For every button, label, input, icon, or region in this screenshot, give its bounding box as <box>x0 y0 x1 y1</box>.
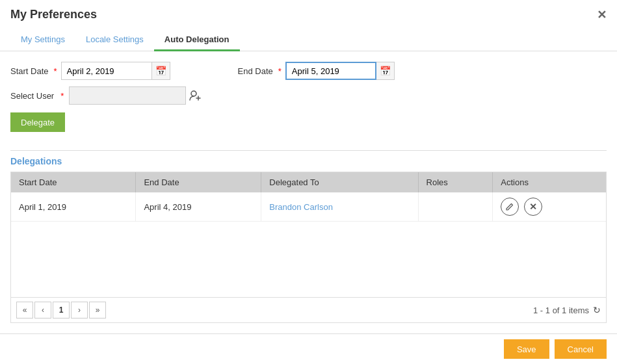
form-section: Start Date * 📅 End Date * 📅 <box>10 62 607 112</box>
select-user-input[interactable] <box>69 86 186 105</box>
delegations-table: Start Date End Date Delegated To Roles A… <box>11 172 606 222</box>
row-delegated-to: Brandon Carlson <box>261 192 418 222</box>
edit-icon <box>505 202 514 211</box>
add-user-icon <box>189 89 202 102</box>
row-roles <box>418 192 493 222</box>
remove-icon: ✕ <box>529 202 537 212</box>
delegations-separator <box>10 150 607 151</box>
pagination-info-text: 1 - 1 of 1 items <box>533 306 589 315</box>
row-start-date: April 1, 2019 <box>11 192 136 222</box>
start-date-input-wrap: 📅 <box>61 62 170 80</box>
action-icons-group: ✕ <box>501 198 598 216</box>
current-page-button[interactable]: 1 <box>53 302 70 318</box>
pagination-row: « ‹ 1 › » 1 - 1 of 1 items ↻ <box>11 297 606 322</box>
save-button[interactable]: Save <box>504 339 549 359</box>
tabs-container: My Settings Locale Settings Auto Delegat… <box>0 29 617 51</box>
pagination-buttons: « ‹ 1 › » <box>16 302 106 318</box>
start-date-label: Start Date <box>10 66 49 76</box>
start-date-group: Start Date * 📅 <box>10 62 170 80</box>
user-row: Select User * <box>10 86 607 105</box>
start-date-required: * <box>54 66 57 76</box>
end-date-calendar-button[interactable]: 📅 <box>376 62 395 80</box>
preferences-modal: My Preferences ✕ My Settings Locale Sett… <box>0 0 617 364</box>
start-date-input[interactable] <box>61 62 152 80</box>
end-date-required: * <box>278 66 282 76</box>
add-user-button[interactable] <box>189 89 202 102</box>
refresh-icon[interactable]: ↻ <box>593 305 601 315</box>
first-page-button[interactable]: « <box>16 302 33 318</box>
remove-button[interactable]: ✕ <box>524 198 542 216</box>
end-date-label: End Date <box>238 66 273 76</box>
delegate-button[interactable]: Delegate <box>10 112 65 132</box>
modal-header: My Preferences ✕ <box>0 0 617 27</box>
next-page-button[interactable]: › <box>71 302 88 318</box>
row-end-date: April 4, 2019 <box>136 192 261 222</box>
col-delegated-to: Delegated To <box>261 172 418 192</box>
table-header-row: Start Date End Date Delegated To Roles A… <box>11 172 606 192</box>
start-date-calendar-button[interactable]: 📅 <box>152 62 170 80</box>
col-end-date: End Date <box>136 172 261 192</box>
svg-point-0 <box>191 91 196 96</box>
last-page-button[interactable]: » <box>89 302 106 318</box>
delegations-table-container: Start Date End Date Delegated To Roles A… <box>10 172 607 323</box>
table-row: April 1, 2019 April 4, 2019 Brandon Carl… <box>11 192 606 222</box>
edit-button[interactable] <box>501 198 519 216</box>
delegations-title: Delegations <box>10 156 607 166</box>
table-scroll-area[interactable]: Start Date End Date Delegated To Roles A… <box>11 172 606 297</box>
row-actions: ✕ <box>493 192 606 222</box>
date-row: Start Date * 📅 End Date * 📅 <box>10 62 607 80</box>
col-roles: Roles <box>418 172 493 192</box>
close-button[interactable]: ✕ <box>597 9 607 21</box>
end-date-input-wrap: 📅 <box>285 62 395 80</box>
delegate-btn-container: Delegate <box>10 112 607 142</box>
col-start-date: Start Date <box>11 172 136 192</box>
col-actions: Actions <box>493 172 606 192</box>
modal-body: Start Date * 📅 End Date * 📅 <box>0 51 617 333</box>
tab-auto-delegation[interactable]: Auto Delegation <box>154 29 240 51</box>
pagination-info: 1 - 1 of 1 items ↻ <box>533 305 601 315</box>
end-date-input[interactable] <box>285 62 376 80</box>
select-user-label: Select User <box>10 91 54 101</box>
cancel-button[interactable]: Cancel <box>555 339 607 359</box>
user-input-wrap <box>69 86 202 105</box>
modal-title: My Preferences <box>10 8 97 21</box>
end-date-group: End Date * 📅 <box>238 62 395 80</box>
select-user-required: * <box>60 91 64 101</box>
tab-my-settings[interactable]: My Settings <box>10 29 75 51</box>
tab-locale-settings[interactable]: Locale Settings <box>75 29 154 51</box>
modal-footer: Save Cancel <box>0 333 617 364</box>
prev-page-button[interactable]: ‹ <box>34 302 51 318</box>
